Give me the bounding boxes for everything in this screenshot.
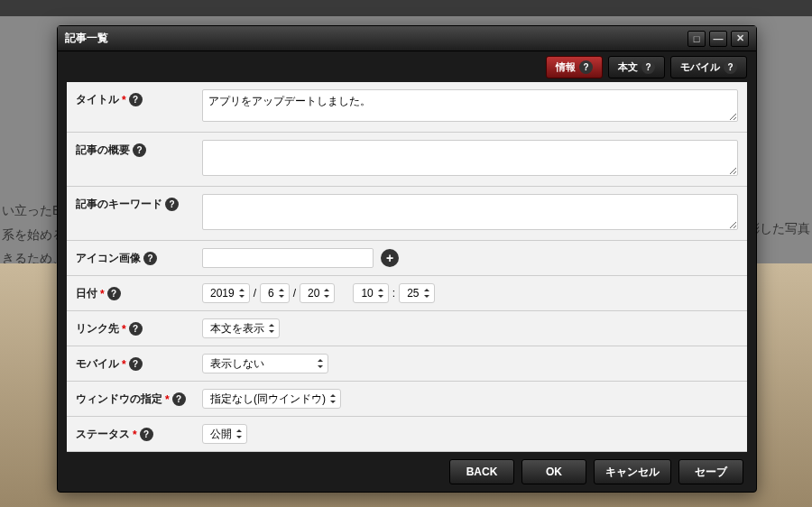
add-icon-button[interactable]: + — [381, 249, 399, 267]
footer: BACK OK キャンセル セーブ — [58, 452, 756, 492]
label-status: ステータス * ? — [76, 424, 202, 442]
help-icon[interactable]: ? — [129, 93, 143, 106]
minimize-button[interactable]: — — [709, 31, 727, 47]
tab-body-label: 本文 — [618, 60, 638, 74]
help-icon[interactable]: ? — [107, 287, 121, 300]
help-icon[interactable]: ? — [579, 60, 593, 74]
row-window-target: ウィンドウの指定 * ? 指定なし(同ウインドウ) — [67, 382, 747, 417]
window-buttons: □ — ✕ — [687, 31, 749, 47]
window-target-select[interactable]: 指定なし(同ウインドウ) — [202, 389, 341, 409]
required-mark: * — [122, 358, 126, 371]
row-date: 日付 * ? 2019 / 6 / 20 10 : 25 — [67, 276, 747, 311]
back-button[interactable]: BACK — [449, 459, 514, 484]
separator: : — [392, 287, 395, 300]
label-icon: アイコン画像 ? — [76, 248, 202, 266]
window-title: 記事一覧 — [65, 31, 687, 46]
help-icon[interactable]: ? — [172, 392, 186, 406]
required-mark: * — [133, 429, 137, 441]
separator: / — [293, 287, 296, 300]
help-icon[interactable]: ? — [143, 252, 157, 265]
required-mark: * — [122, 323, 126, 336]
help-icon[interactable]: ? — [129, 357, 143, 371]
tab-info-label: 情報 — [556, 60, 576, 74]
help-icon[interactable]: ? — [641, 60, 655, 74]
required-mark: * — [100, 288, 105, 300]
title-input[interactable] — [202, 89, 738, 122]
summary-input[interactable] — [202, 140, 738, 176]
label-mobile: モバイル * ? — [76, 354, 202, 372]
month-select[interactable]: 6 — [260, 283, 290, 303]
separator: / — [254, 287, 256, 300]
cancel-button[interactable]: キャンセル — [594, 459, 671, 484]
label-summary: 記事の概要 ? — [76, 140, 202, 158]
label-window-target: ウィンドウの指定 * ? — [76, 389, 202, 407]
row-keywords: 記事のキーワード ? — [67, 187, 747, 241]
hour-select[interactable]: 10 — [353, 283, 388, 303]
label-keywords: 記事のキーワード ? — [76, 194, 202, 212]
tab-info[interactable]: 情報 ? — [546, 56, 603, 78]
help-icon[interactable]: ? — [129, 322, 143, 336]
label-title: タイトル * ? — [76, 89, 202, 107]
day-select[interactable]: 20 — [300, 283, 335, 303]
label-link: リンク先 * ? — [76, 318, 202, 336]
row-status: ステータス * ? 公開 — [67, 417, 747, 452]
save-button[interactable]: セーブ — [678, 459, 743, 484]
plus-icon: + — [386, 251, 393, 265]
link-select[interactable]: 本文を表示 — [202, 318, 280, 338]
label-date: 日付 * ? — [76, 283, 202, 301]
required-mark: * — [122, 94, 126, 106]
background-topbar — [0, 0, 812, 16]
minute-select[interactable]: 25 — [399, 283, 434, 303]
status-select[interactable]: 公開 — [202, 424, 247, 444]
tab-body[interactable]: 本文 ? — [608, 56, 665, 78]
ok-button[interactable]: OK — [521, 459, 586, 484]
help-icon[interactable]: ? — [165, 198, 179, 211]
row-icon: アイコン画像 ? + — [67, 241, 747, 276]
tab-mobile[interactable]: モバイル ? — [670, 56, 747, 78]
year-select[interactable]: 2019 — [202, 283, 250, 303]
help-icon[interactable]: ? — [140, 428, 153, 441]
mobile-select[interactable]: 表示しない — [202, 354, 328, 373]
maximize-button[interactable]: □ — [687, 31, 706, 47]
tabbar: 情報 ? 本文 ? モバイル ? — [58, 51, 756, 82]
form-area: タイトル * ? 記事の概要 ? 記事のキーワード ? — [67, 82, 747, 452]
icon-path-input[interactable] — [202, 248, 374, 268]
keywords-input[interactable] — [202, 194, 738, 230]
tab-mobile-label: モバイル — [680, 60, 720, 74]
row-summary: 記事の概要 ? — [67, 133, 747, 187]
close-button[interactable]: ✕ — [731, 31, 749, 47]
row-title: タイトル * ? — [67, 82, 747, 133]
titlebar: 記事一覧 □ — ✕ — [58, 26, 756, 51]
required-mark: * — [165, 393, 170, 406]
help-icon[interactable]: ? — [724, 60, 737, 74]
modal-window: 記事一覧 □ — ✕ 情報 ? 本文 ? モバイル ? タイトル * ? — [57, 25, 757, 493]
row-mobile: モバイル * ? 表示しない — [67, 346, 747, 382]
help-icon[interactable]: ? — [133, 143, 146, 157]
row-link: リンク先 * ? 本文を表示 — [67, 311, 747, 346]
